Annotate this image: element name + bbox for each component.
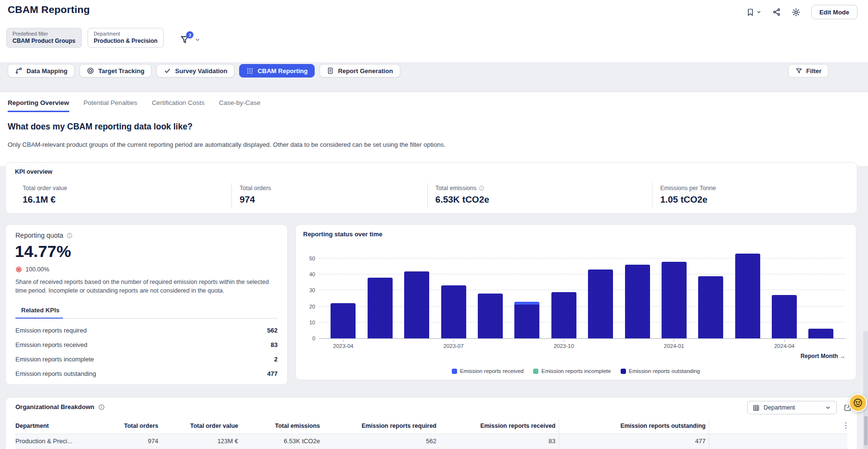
table-row[interactable]: Production & Preci...974123M €6.53K tCO2… — [15, 434, 847, 448]
bookmark-button[interactable] — [746, 8, 762, 17]
toolbar-tab-target-tracking[interactable]: Target Tracking — [79, 64, 152, 77]
x-axis-tick-label: 2023-10 — [554, 343, 574, 349]
table-grid-icon — [753, 404, 760, 411]
column-header-total-orders[interactable]: Total orders — [104, 419, 161, 434]
y-axis-tick: 50 — [302, 256, 315, 261]
related-kpi-row: Emission reports incomplete2 — [15, 352, 278, 366]
quota-title-text: Reporting quota — [15, 231, 64, 239]
column-header-emission-reports-outstanding[interactable]: Emission reports outstanding — [559, 419, 709, 434]
kpi-value: 6.53K tCO2e — [435, 194, 652, 205]
toolbar-tab-cbam-reporting[interactable]: CBAM Reporting — [239, 64, 315, 77]
related-kpi-label: Emission reports outstanding — [15, 370, 96, 377]
share-icon — [772, 8, 781, 16]
bar-2024-03[interactable] — [735, 254, 760, 338]
legend-label: Emission reports received — [460, 368, 523, 374]
feedback-widget-button[interactable] — [849, 394, 867, 412]
column-header-department[interactable]: Department — [15, 419, 104, 434]
info-icon[interactable] — [98, 404, 105, 411]
bar-2023-08[interactable] — [478, 294, 503, 338]
legend-label: Emission reports outstanding — [629, 368, 700, 374]
filter-chips-row: Predefined filter CBAM Product Groups De… — [6, 28, 201, 48]
toolbar-tab-data-mapping[interactable]: Data Mapping — [8, 64, 75, 77]
chevron-down-icon — [194, 37, 201, 43]
column-header-total-emissions[interactable]: Total emissions — [241, 419, 323, 434]
kpi-value: 1.05 tCO2e — [660, 194, 848, 205]
related-kpi-row: Emission reports received83 — [15, 337, 278, 352]
x-axis-tick-mark — [674, 340, 674, 342]
bar-2023-11[interactable] — [588, 269, 613, 338]
toolbar-tab-report-generation[interactable]: Report Generation — [319, 64, 400, 77]
bar-segment — [514, 302, 539, 305]
chevron-down-icon — [825, 404, 831, 411]
department-filter-chip[interactable]: Department Production & Precision — [88, 28, 164, 48]
bar-2024-02[interactable] — [698, 276, 723, 338]
bar-segment — [625, 265, 650, 338]
bar-segment — [662, 262, 687, 338]
table-cell: 123M € — [161, 434, 241, 448]
filter-button[interactable]: Filter — [788, 64, 829, 77]
gear-icon — [791, 8, 801, 17]
org-breakdown-header: Organizational Breakdown — [15, 403, 105, 411]
column-header-total-order-value[interactable]: Total order value — [161, 419, 241, 434]
x-axis-slot — [588, 340, 613, 349]
tab-related-kpis[interactable]: Related KPIs — [15, 307, 63, 319]
section-heading: What does my CBAM reporting data look li… — [8, 122, 192, 132]
bar-segment — [368, 278, 393, 338]
toolbar-tab-label: Data Mapping — [26, 67, 67, 75]
kpi-value: 16.1M € — [23, 194, 231, 205]
table-menu-button[interactable]: ⋮ — [842, 422, 850, 429]
settings-button[interactable] — [791, 8, 801, 17]
bar-segment — [331, 303, 356, 338]
scrollbar-track[interactable] — [863, 331, 868, 449]
column-header-emission-reports-required[interactable]: Emission reports required — [323, 419, 439, 434]
bar-2023-12[interactable] — [625, 265, 650, 338]
chevron-down-icon — [756, 9, 762, 15]
active-filters-button[interactable]: 2 — [180, 35, 201, 45]
x-axis-title: Report Month → — [801, 353, 845, 359]
info-icon[interactable] — [479, 185, 485, 191]
subtab-potential-penalties[interactable]: Potential Penalties — [84, 99, 138, 112]
related-kpi-value: 562 — [267, 327, 278, 334]
scrollbar-thumb[interactable] — [864, 416, 868, 446]
bar-2023-07[interactable] — [441, 285, 466, 338]
related-kpi-value: 83 — [271, 341, 278, 348]
table-cell: 6.53K tCO2e — [241, 434, 323, 448]
bar-segment — [441, 285, 466, 338]
toolbar-tab-survey-validation[interactable]: Survey Validation — [156, 64, 234, 77]
bar-segment — [588, 269, 613, 338]
legend-swatch — [621, 369, 626, 374]
legend-item-emission-reports-outstanding[interactable]: Emission reports outstanding — [621, 368, 700, 374]
bar-2024-05[interactable] — [808, 329, 833, 338]
kpi-total-orders: Total orders974 — [231, 183, 427, 208]
bar-2024-01[interactable] — [662, 262, 687, 338]
bar-2023-10[interactable] — [551, 292, 576, 338]
reporting-quota-card: Reporting quota 14.77% 100.00% Share of … — [5, 224, 288, 385]
smiley-icon — [853, 398, 863, 408]
legend-swatch — [533, 369, 538, 374]
bar-segment — [404, 271, 429, 338]
edit-mode-button[interactable]: Edit Mode — [811, 5, 857, 19]
related-kpi-label: Emission reports required — [15, 327, 87, 334]
share-button[interactable] — [772, 8, 781, 16]
legend-item-emission-reports-received[interactable]: Emission reports received — [452, 368, 523, 374]
bar-2023-04[interactable] — [331, 303, 356, 338]
bar-segment — [698, 276, 723, 338]
subtab-case-by-case[interactable]: Case-by-Case — [219, 99, 260, 112]
bar-2024-04[interactable] — [772, 295, 797, 338]
kpi-total-order-value: Total order value16.1M € — [15, 183, 231, 208]
bar-2023-06[interactable] — [404, 271, 429, 338]
dimension-select[interactable]: Department — [747, 401, 837, 414]
info-icon[interactable] — [66, 232, 73, 239]
quota-target-value: 100.00% — [26, 266, 49, 273]
y-axis-tick: 20 — [302, 304, 315, 309]
subtab-certification-costs[interactable]: Certification Costs — [152, 99, 204, 112]
legend-item-emission-reports-incomplete[interactable]: Emission reports incomplete — [533, 368, 611, 374]
target-tracking-icon — [87, 67, 94, 75]
bar-2023-09[interactable] — [514, 302, 539, 338]
column-header-emission-reports-received[interactable]: Emission reports received — [439, 419, 559, 434]
predefined-filter-chip[interactable]: Predefined filter CBAM Product Groups — [6, 28, 82, 48]
toolbar-tab-label: Report Generation — [338, 67, 393, 75]
report-subtabs: Reporting OverviewPotential PenaltiesCer… — [8, 99, 260, 112]
bar-2023-05[interactable] — [368, 278, 393, 338]
subtab-reporting-overview[interactable]: Reporting Overview — [8, 99, 69, 112]
